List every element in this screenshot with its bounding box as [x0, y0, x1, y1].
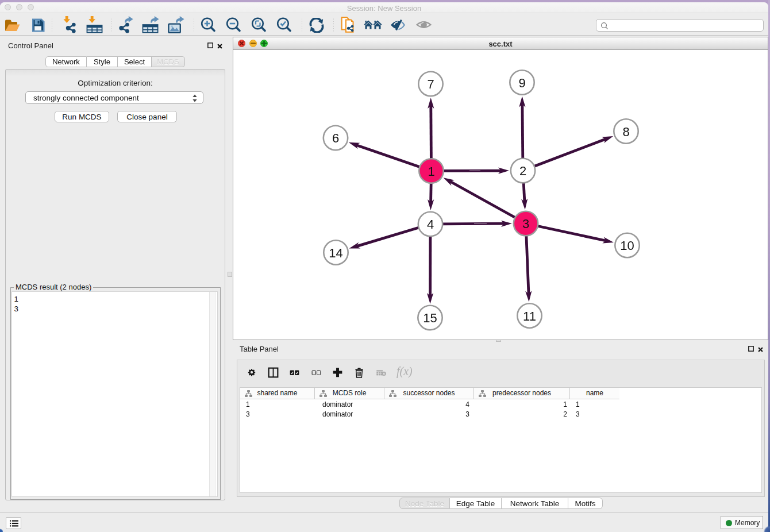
svg-text:3: 3	[522, 217, 529, 231]
svg-text:11: 11	[523, 309, 536, 323]
svg-text:15: 15	[423, 311, 437, 325]
svg-text:2: 2	[519, 164, 526, 178]
svg-text:14: 14	[329, 246, 342, 260]
svg-text:1: 1	[428, 164, 434, 179]
svg-text:4: 4	[427, 217, 434, 232]
svg-text:10: 10	[620, 238, 634, 253]
svg-text:7: 7	[427, 77, 434, 91]
svg-text:6: 6	[332, 131, 339, 145]
svg-text:9: 9	[518, 76, 525, 90]
svg-text:8: 8	[622, 125, 629, 139]
